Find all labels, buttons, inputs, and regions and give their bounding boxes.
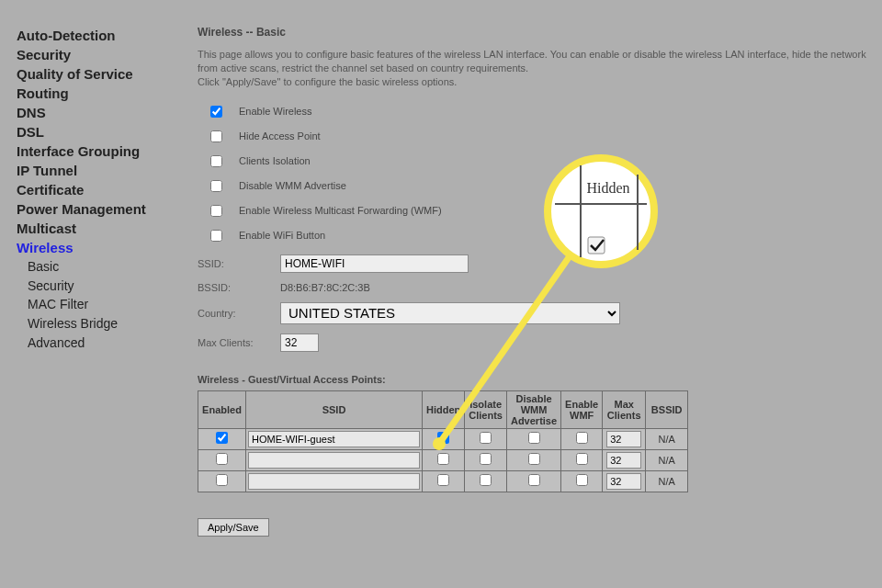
sidebar-item-routing[interactable]: Routing	[17, 84, 179, 103]
sidebar-subitem-advanced[interactable]: Advanced	[17, 334, 179, 353]
sidebar-item-security[interactable]: Security	[17, 45, 179, 64]
ssid-label: SSID:	[198, 258, 280, 269]
guest-th-3: Isolate Clients	[465, 390, 507, 428]
bssid-label: BSSID:	[198, 282, 280, 293]
guest-hidden-0[interactable]	[437, 432, 449, 444]
maxclients-row: Max Clients:	[198, 334, 882, 352]
check-label-wmm: Disable WMM Advertise	[239, 180, 346, 191]
guest-bssid-1: N/A	[646, 449, 688, 470]
guest-title: Wireless - Guest/Virtual Access Points:	[198, 374, 882, 385]
guest-th-6: Max Clients	[603, 390, 646, 428]
guest-th-4: Disable WMM Advertise	[506, 390, 560, 428]
guest-enabled-0[interactable]	[216, 432, 228, 444]
guest-enabled-2[interactable]	[216, 474, 228, 486]
country-row: Country: UNITED STATES	[198, 302, 882, 324]
guest-isolate-1[interactable]	[480, 453, 492, 465]
guest-th-5: Enable WMF	[561, 390, 603, 428]
check-label-enable: Enable Wireless	[239, 106, 311, 117]
check-wmm[interactable]	[210, 180, 222, 192]
check-label-isolate: Clients Isolation	[239, 155, 311, 166]
guest-tbody: N/AN/AN/A	[198, 428, 688, 492]
bssid-value: D8:B6:B7:8C:2C:3B	[280, 282, 370, 293]
guest-th-2: Hidden	[423, 390, 465, 428]
guest-hidden-2[interactable]	[437, 474, 449, 486]
guest-max-1[interactable]	[606, 452, 641, 469]
ssid-row: SSID:	[198, 254, 882, 273]
maxclients-input[interactable]	[280, 334, 319, 352]
guest-enabled-1[interactable]	[216, 453, 228, 465]
guest-ssid-0[interactable]	[248, 431, 420, 447]
guest-wmf-1[interactable]	[576, 453, 588, 465]
sidebar-subitem-security[interactable]: Security	[17, 277, 179, 296]
sidebar-subitem-mac-filter[interactable]: MAC Filter	[17, 295, 179, 314]
country-label: Country:	[198, 308, 280, 319]
sidebar-item-quality-of-service[interactable]: Quality of Service	[17, 64, 179, 84]
check-label-hide: Hide Access Point	[239, 130, 321, 141]
bssid-row: BSSID: D8:B6:B7:8C:2C:3B	[198, 282, 882, 293]
guest-isolate-0[interactable]	[480, 432, 492, 444]
sidebar-item-auto-detection[interactable]: Auto-Detection	[17, 26, 179, 45]
check-row-hide: Hide Access Point	[210, 130, 882, 142]
check-isolate[interactable]	[210, 155, 222, 167]
sidebar-subitem-wireless-bridge[interactable]: Wireless Bridge	[17, 314, 179, 334]
guest-th-1: SSID	[246, 390, 423, 428]
table-row: N/A	[198, 449, 688, 470]
guest-ssid-1[interactable]	[248, 452, 420, 469]
page-title: Wireless -- Basic	[198, 26, 882, 39]
table-row: N/A	[198, 428, 688, 449]
sidebar-item-dns[interactable]: DNS	[17, 103, 179, 122]
check-row-enable: Enable Wireless	[210, 106, 882, 118]
check-enable[interactable]	[210, 106, 222, 118]
guest-max-0[interactable]	[606, 431, 641, 447]
sidebar-item-power-management[interactable]: Power Management	[17, 199, 179, 219]
sidebar-item-certificate[interactable]: Certificate	[17, 180, 179, 199]
maxclients-label: Max Clients:	[198, 337, 280, 348]
sidebar-item-multicast[interactable]: Multicast	[17, 219, 179, 238]
check-row-wmf: Enable Wireless Multicast Forwarding (WM…	[210, 205, 882, 217]
sidebar: Auto-DetectionSecurityQuality of Service…	[0, 0, 179, 588]
guest-wmf-0[interactable]	[576, 432, 588, 444]
sidebar-item-wireless[interactable]: Wireless	[17, 238, 179, 257]
check-row-isolate: Clients Isolation	[210, 155, 882, 167]
sidebar-item-interface-grouping[interactable]: Interface Grouping	[17, 141, 179, 161]
guest-max-2[interactable]	[606, 473, 641, 490]
guest-wmm-1[interactable]	[528, 453, 540, 465]
country-select[interactable]: UNITED STATES	[280, 302, 620, 324]
apply-save-button[interactable]: Apply/Save	[198, 518, 269, 537]
guest-header-row: EnabledSSIDHiddenIsolate ClientsDisable …	[198, 390, 688, 428]
check-label-wmf: Enable Wireless Multicast Forwarding (WM…	[239, 205, 442, 216]
check-row-wifibtn: Enable WiFi Button	[210, 230, 882, 242]
ssid-input[interactable]	[280, 254, 469, 273]
page-note: This page allows you to configure basic …	[198, 48, 882, 89]
guest-ssid-2[interactable]	[248, 473, 420, 490]
wireless-checks: Enable WirelessHide Access PointClients …	[198, 106, 882, 242]
guest-bssid-2: N/A	[646, 470, 688, 492]
check-row-wmm: Disable WMM Advertise	[210, 180, 882, 192]
table-row: N/A	[198, 470, 688, 492]
guest-th-7: BSSID	[646, 390, 688, 428]
sidebar-item-dsl[interactable]: DSL	[17, 122, 179, 141]
guest-wmm-0[interactable]	[528, 432, 540, 444]
check-wmf[interactable]	[210, 205, 222, 217]
check-hide[interactable]	[210, 130, 222, 142]
guest-bssid-0: N/A	[646, 428, 688, 449]
check-label-wifibtn: Enable WiFi Button	[239, 230, 325, 241]
main-panel: Wireless -- Basic This page allows you t…	[179, 0, 882, 588]
sidebar-subitem-basic[interactable]: Basic	[17, 257, 179, 277]
guest-th-0: Enabled	[198, 390, 246, 428]
guest-wmm-2[interactable]	[528, 474, 540, 486]
guest-table: EnabledSSIDHiddenIsolate ClientsDisable …	[198, 390, 688, 492]
guest-isolate-2[interactable]	[480, 474, 492, 486]
guest-wmf-2[interactable]	[576, 474, 588, 486]
check-wifibtn[interactable]	[210, 230, 222, 242]
guest-hidden-1[interactable]	[437, 453, 449, 465]
sidebar-item-ip-tunnel[interactable]: IP Tunnel	[17, 161, 179, 180]
